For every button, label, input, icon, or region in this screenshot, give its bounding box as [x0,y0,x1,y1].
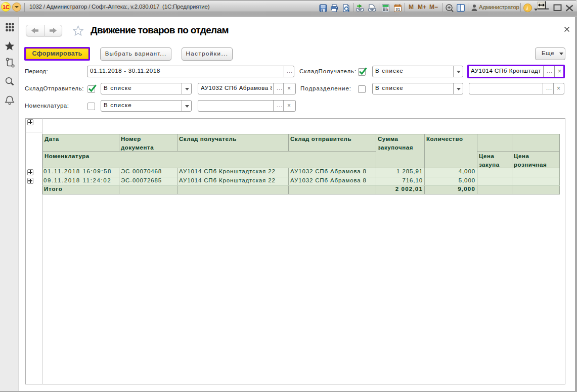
svg-text:31: 31 [395,7,400,12]
svg-text:1С: 1С [3,4,10,10]
